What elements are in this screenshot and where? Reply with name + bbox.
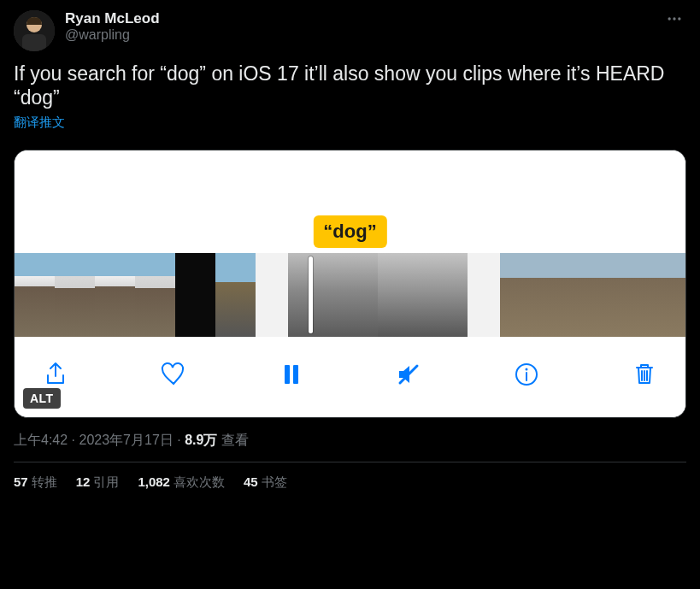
- stat-quotes[interactable]: 12引用: [76, 474, 120, 491]
- tweet-text: If you search for “dog” on iOS 17 it’ll …: [14, 62, 686, 109]
- thumbnail: [577, 253, 615, 337]
- svg-rect-2: [22, 34, 46, 51]
- clip-group-2[interactable]: [288, 253, 468, 337]
- meta-row: 上午4:422023年7月17日8.9万 查看: [14, 432, 686, 462]
- user-block: Ryan McLeod @warpling: [65, 10, 652, 43]
- media-toolbar: [15, 337, 685, 417]
- svg-point-5: [678, 17, 680, 20]
- media-top: “dog”: [15, 150, 685, 253]
- thumbnail: [615, 253, 654, 337]
- views-count[interactable]: 8.9万: [185, 433, 217, 447]
- tweet-container: Ryan McLeod @warpling If you search for …: [0, 0, 700, 501]
- svg-point-3: [668, 17, 671, 20]
- tweet-header: Ryan McLeod @warpling: [14, 10, 686, 51]
- share-icon[interactable]: [38, 357, 73, 392]
- stat-bookmarks[interactable]: 45书签: [244, 474, 287, 491]
- filmstrip-gap: [468, 253, 500, 337]
- svg-point-11: [526, 368, 528, 371]
- thumbnail: [135, 253, 175, 337]
- clip-group-1[interactable]: [15, 253, 256, 337]
- display-name[interactable]: Ryan McLeod: [65, 10, 652, 27]
- trash-icon[interactable]: [627, 357, 662, 392]
- stats-row: 57转推 12引用 1,082喜欢次数 45书签: [14, 462, 686, 491]
- stat-retweets[interactable]: 57转推: [14, 474, 57, 491]
- svg-rect-7: [293, 365, 298, 384]
- thumbnail: [55, 253, 95, 337]
- caption-bubble: “dog”: [313, 215, 386, 248]
- playhead-line[interactable]: [309, 256, 313, 333]
- translate-link[interactable]: 翻译推文: [14, 115, 65, 131]
- thumbnail: [95, 253, 135, 337]
- clip-group-3[interactable]: [500, 253, 686, 337]
- thumbnail: [654, 253, 686, 337]
- thumbnail: [538, 253, 577, 337]
- heart-icon[interactable]: [156, 357, 191, 392]
- thumbnail: [15, 253, 55, 337]
- thumbnail: [288, 253, 378, 337]
- handle[interactable]: @warpling: [65, 27, 652, 43]
- thumbnail: [500, 253, 538, 337]
- thumbnail: [175, 253, 215, 337]
- time[interactable]: 上午4:42: [14, 433, 68, 447]
- info-icon[interactable]: [509, 357, 544, 392]
- thumbnail: [215, 253, 256, 337]
- svg-rect-6: [285, 365, 290, 384]
- stat-likes[interactable]: 1,082喜欢次数: [138, 474, 225, 491]
- alt-badge[interactable]: ALT: [23, 388, 61, 409]
- thumbnail: [378, 253, 468, 337]
- date[interactable]: 2023年7月17日: [79, 433, 173, 447]
- svg-point-4: [673, 17, 675, 20]
- pause-icon[interactable]: [274, 357, 309, 392]
- avatar[interactable]: [14, 10, 55, 51]
- filmstrip[interactable]: [15, 253, 685, 337]
- mute-icon[interactable]: [391, 357, 426, 392]
- media-card[interactable]: “dog”: [14, 150, 686, 418]
- filmstrip-gap: [256, 253, 288, 337]
- more-button[interactable]: [662, 7, 686, 34]
- views-label: 查看: [221, 433, 249, 447]
